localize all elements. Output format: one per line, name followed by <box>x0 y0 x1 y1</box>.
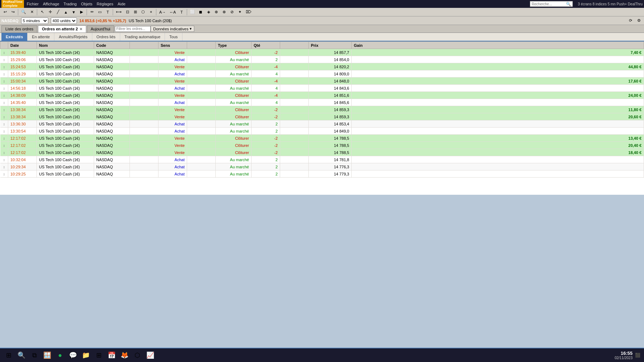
tool19[interactable]: ⌦ <box>244 9 253 16</box>
row-sens: Vente <box>158 78 187 85</box>
tool7[interactable]: ⬡ <box>140 9 147 16</box>
taskbar-chat[interactable]: 💬 <box>67 349 79 361</box>
table-row[interactable]: ↕ 14:35:40 US Tech 100 Cash (1€) NASDAQ … <box>0 99 644 106</box>
redo-button[interactable]: ↪ <box>9 9 16 16</box>
table-row[interactable]: ↕ 15:39:40 US Tech 100 Cash (1€) NASDAQ … <box>0 49 644 56</box>
row-empty1 <box>130 92 158 99</box>
menu-affichage[interactable]: Affichage <box>43 2 59 6</box>
search-input[interactable] <box>532 2 566 6</box>
col-header-gain[interactable]: Gain <box>352 42 644 49</box>
table-row[interactable]: ↕ 14:56:18 US Tech 100 Cash (1€) NASDAQ … <box>0 85 644 92</box>
table-row[interactable]: ↕ 12:17:02 US Tech 100 Cash (1€) NASDAQ … <box>0 149 644 156</box>
table-row[interactable]: ↕ 12:17:02 US Tech 100 Cash (1€) NASDAQ … <box>0 142 644 149</box>
tool11[interactable]: T <box>178 9 185 16</box>
tool14[interactable]: ◈ <box>205 9 212 16</box>
col-header-date[interactable]: Date <box>8 42 37 49</box>
table-row[interactable]: ↕ 15:29:06 US Tech 100 Cash (1€) NASDAQ … <box>0 56 644 63</box>
tool5[interactable]: ⊡ <box>124 9 131 16</box>
col-header-prix[interactable]: Prix <box>309 42 352 49</box>
tool13[interactable]: ◼ <box>197 9 204 16</box>
menu-trading[interactable]: Trading <box>64 2 77 6</box>
menu-reglages[interactable]: Réglages <box>97 2 113 6</box>
row-prix: 14 853,4 <box>309 120 352 128</box>
tool12[interactable]: ⬜ <box>189 9 196 16</box>
arrow-right-button[interactable]: ▶ <box>78 9 85 16</box>
table-row[interactable]: ↕ 13:36:30 US Tech 100 Cash (1€) NASDAQ … <box>0 120 644 128</box>
more-tools[interactable]: ⟷ <box>114 9 123 16</box>
table-row[interactable]: ↕ 15:24:53 US Tech 100 Cash (1€) NASDAQ … <box>0 63 644 70</box>
taskbar-vscode[interactable]: ⬡ <box>132 349 143 361</box>
tool16[interactable]: ⊗ <box>221 9 228 16</box>
market-selector[interactable]: NASDAQ <box>1 19 19 23</box>
table-row[interactable]: ↕ 15:15:29 US Tech 100 Cash (1€) NASDAQ … <box>0 70 644 78</box>
tool10[interactable]: ↔A <box>168 9 177 16</box>
taskbar-firefox[interactable]: 🦊 <box>119 349 130 361</box>
tab-close-icon[interactable]: ✕ <box>79 27 82 31</box>
rect-button[interactable]: ▭ <box>96 9 103 16</box>
tool15[interactable]: ⊕ <box>213 9 220 16</box>
subtab-annules[interactable]: Annulés/Rejetés <box>54 33 92 41</box>
timeframe-select[interactable]: 5 minutes 1 minute 15 minutes <box>21 18 48 24</box>
taskbar-explorer[interactable]: 📁 <box>80 349 92 361</box>
row-empty1 <box>130 142 158 149</box>
text-button[interactable]: T <box>104 9 111 16</box>
subtab-trading-auto[interactable]: Trading automatique <box>120 33 165 41</box>
table-row[interactable]: ↕ 13:38:34 US Tech 100 Cash (1€) NASDAQ … <box>0 106 644 113</box>
settings-button[interactable]: ⚙ <box>635 17 643 24</box>
subtab-tous[interactable]: Tous <box>165 33 182 41</box>
close-button[interactable]: ✕ <box>28 9 35 16</box>
table-row[interactable]: ↕ 14:38:09 US Tech 100 Cash (1€) NASDAQ … <box>0 92 644 99</box>
tab-ordres-attente[interactable]: Ordres en attente 2 ✕ <box>38 25 86 33</box>
table-row[interactable]: ↕ 10:29:25 US Tech 100 Cash (1€) NASDAQ … <box>0 170 644 178</box>
search-box[interactable]: 🔍 <box>530 1 573 7</box>
tool17[interactable]: ⊘ <box>229 9 236 16</box>
arrow-down-button[interactable]: ▼ <box>70 9 77 16</box>
row-empty2 <box>187 149 216 156</box>
tool8[interactable]: ⌖ <box>147 9 155 16</box>
taskbar-spotify[interactable]: ● <box>54 349 66 361</box>
table-row[interactable]: ↕ 10:32:04 US Tech 100 Cash (1€) NASDAQ … <box>0 156 644 163</box>
subtab-executes[interactable]: Exécutés <box>1 33 28 41</box>
table-row[interactable]: ↕ 15:00:34 US Tech 100 Cash (1€) NASDAQ … <box>0 78 644 85</box>
col-header-nom[interactable]: Nom <box>37 42 94 49</box>
table-row[interactable]: ↕ 13:30:54 US Tech 100 Cash (1€) NASDAQ … <box>0 128 644 135</box>
zoom-button[interactable]: 🔍 <box>20 9 28 16</box>
filter-input[interactable] <box>115 26 151 32</box>
col-header-sens[interactable]: Sens <box>158 42 187 49</box>
menu-fichier[interactable]: Fichier <box>27 2 39 6</box>
taskbar-notification[interactable]: ⬛ <box>634 353 641 358</box>
col-header-code[interactable]: Code <box>94 42 130 49</box>
taskbar-apps[interactable]: ⊞ <box>93 349 104 361</box>
taskbar-windows[interactable]: 🪟 <box>42 349 53 361</box>
menu-aide[interactable]: Aide <box>118 2 126 6</box>
table-row[interactable]: ↕ 12:17:02 US Tech 100 Cash (1€) NASDAQ … <box>0 135 644 142</box>
draw-button[interactable]: ✏ <box>88 9 96 16</box>
tab-liste-ordres[interactable]: Liste des ordres <box>1 25 37 33</box>
col-header-type[interactable]: Type <box>216 42 252 49</box>
col-header-qte[interactable]: Qté <box>252 42 280 49</box>
taskbar-search[interactable]: 🔍 <box>16 349 27 361</box>
refresh-button[interactable]: ⟳ <box>627 17 634 24</box>
arrow-up-button[interactable]: ▲ <box>62 9 69 16</box>
line-button[interactable]: ╱ <box>54 9 62 16</box>
table-row[interactable]: ↕ 13:38:34 US Tech 100 Cash (1€) NASDAQ … <box>0 113 644 120</box>
units-select[interactable]: 400 unités <box>51 18 77 24</box>
cursor-button[interactable]: ↖ <box>39 9 46 16</box>
donnees-button[interactable]: Données indicatives ▾ <box>151 26 194 32</box>
subtab-ordres-lies[interactable]: Ordres liés <box>92 33 120 41</box>
tool9[interactable]: A→ <box>158 9 167 16</box>
tool6[interactable]: ⊞ <box>132 9 139 16</box>
crosshair-button[interactable]: ✛ <box>47 9 54 16</box>
row-date: 12:17:02 <box>8 149 37 156</box>
table-row[interactable]: ↕ 10:29:34 US Tech 100 Cash (1€) NASDAQ … <box>0 163 644 170</box>
taskbar-trading[interactable]: 📈 <box>145 349 156 361</box>
tool18[interactable]: ✦ <box>236 9 244 16</box>
subtab-en-attente[interactable]: En attente <box>28 33 54 41</box>
menu-objets[interactable]: Objets <box>81 2 92 6</box>
row-sens: Vente <box>158 149 187 156</box>
taskbar-calendar[interactable]: 📅 <box>106 349 117 361</box>
taskbar-taskview[interactable]: ⧉ <box>29 349 40 361</box>
tab-aujourdhui[interactable]: Aujourd'hui <box>87 25 114 33</box>
taskbar-start[interactable]: ⊞ <box>3 349 14 361</box>
undo-button[interactable]: ↩ <box>1 9 9 16</box>
